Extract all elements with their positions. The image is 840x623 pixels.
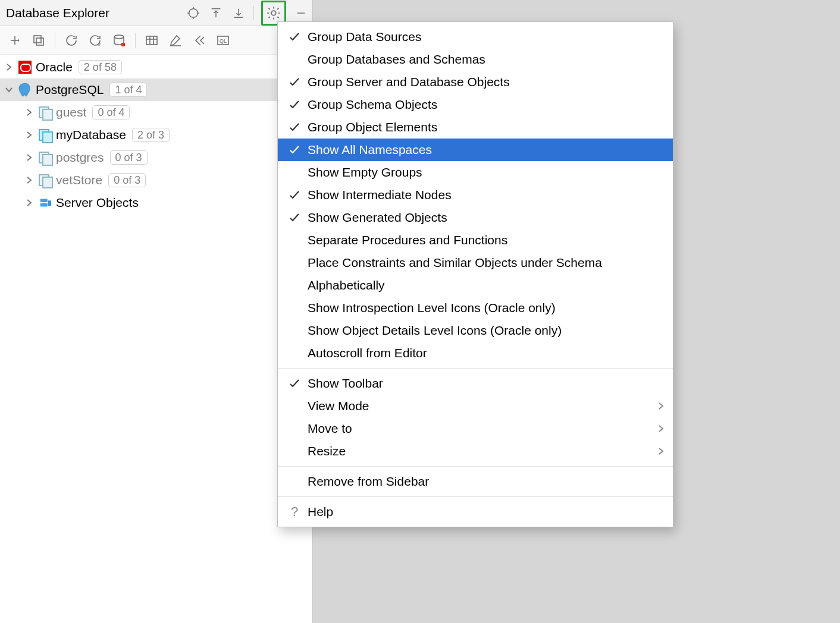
menu-item-show-all-namespaces[interactable]: Show All Namespaces [278, 139, 673, 161]
menu-item-show-detail-icons[interactable]: Show Object Details Level Icons (Oracle … [278, 319, 673, 342]
panel-header: Database Explorer [0, 0, 312, 26]
menu-item-group-server-db-objects[interactable]: Group Server and Database Objects [278, 71, 673, 93]
menu-item-autoscroll[interactable]: Autoscroll from Editor [278, 342, 673, 364]
database-icon [37, 149, 54, 166]
postgresql-icon [17, 81, 33, 98]
submenu-chevron-icon [651, 402, 665, 410]
tree-node-guest[interactable]: guest 0 of 4 [0, 101, 312, 124]
count-badge: 0 of 4 [92, 105, 130, 119]
menu-item-view-mode[interactable]: View Mode [278, 395, 673, 417]
count-badge: 0 of 3 [110, 150, 148, 165]
menu-item-label: Show Generated Objects [308, 210, 665, 225]
menu-item-show-introspection-icons[interactable]: Show Introspection Level Icons (Oracle o… [278, 297, 673, 319]
chevron-right-icon[interactable] [4, 62, 14, 73]
panel-title: Database Explorer [6, 6, 182, 20]
svg-rect-13 [36, 38, 43, 45]
submenu-chevron-icon [651, 425, 665, 432]
menu-item-label: Remove from Sidebar [308, 474, 665, 489]
check-icon [286, 144, 303, 155]
menu-item-resize[interactable]: Resize [278, 440, 673, 462]
sync-settings-icon[interactable] [86, 32, 104, 49]
edit-icon[interactable] [167, 32, 184, 49]
toolbar-separator [135, 33, 136, 48]
check-icon [286, 212, 303, 223]
collapse-all-icon[interactable] [231, 5, 246, 21]
add-icon[interactable] [6, 32, 24, 49]
menu-item-label: Show Introspection Level Icons (Oracle o… [308, 301, 665, 315]
expand-all-icon[interactable] [208, 5, 224, 21]
svg-rect-14 [34, 36, 41, 43]
menu-item-alphabetically[interactable]: Alphabetically [278, 274, 673, 297]
toolbar-separator [55, 33, 55, 48]
tree-node-oracle[interactable]: Oracle 2 of 58 [0, 56, 312, 78]
database-icon [37, 104, 54, 121]
chevron-down-icon[interactable] [4, 84, 14, 95]
minimize-icon[interactable] [293, 5, 309, 21]
menu-item-remove-from-sidebar[interactable]: Remove from Sidebar [278, 470, 673, 493]
menu-item-group-data-sources[interactable]: Group Data Sources [278, 26, 673, 48]
stop-icon[interactable] [110, 32, 128, 49]
menu-item-group-databases-schemas[interactable]: Group Databases and Schemas [278, 48, 673, 71]
database-explorer-panel: Database Explorer [0, 0, 313, 623]
tree-node-server-objects[interactable]: Server Objects [0, 191, 312, 214]
menu-item-group-object-elements[interactable]: Group Object Elements [278, 116, 673, 139]
tree-node-label: guest [56, 105, 86, 119]
menu-item-show-toolbar[interactable]: Show Toolbar [278, 372, 673, 395]
count-badge: 2 of 3 [132, 128, 170, 142]
menu-item-separate-procedures[interactable]: Separate Procedures and Functions [278, 229, 673, 251]
ql-console-icon[interactable]: QL [214, 32, 232, 49]
menu-separator [278, 466, 673, 467]
database-icon [37, 127, 54, 143]
menu-item-label: Group Schema Objects [308, 97, 665, 112]
svg-point-0 [189, 8, 198, 17]
menu-item-help[interactable]: ? Help [278, 501, 673, 523]
menu-item-show-empty-groups[interactable]: Show Empty Groups [278, 161, 673, 184]
menu-item-label: Resize [308, 444, 647, 458]
chevron-right-icon[interactable] [24, 152, 35, 163]
menu-item-show-intermediate-nodes[interactable]: Show Intermediate Nodes [278, 184, 673, 206]
menu-item-label: Autoscroll from Editor [308, 346, 665, 360]
check-icon [286, 99, 303, 110]
svg-rect-16 [121, 43, 125, 46]
server-objects-icon [37, 194, 54, 211]
jump-icon[interactable] [190, 32, 208, 49]
check-icon [286, 378, 303, 389]
menu-separator [278, 496, 673, 497]
chevron-right-icon[interactable] [24, 175, 35, 185]
menu-item-label: Group Server and Database Objects [308, 75, 665, 89]
chevron-right-icon[interactable] [24, 130, 35, 140]
datasource-tree[interactable]: Oracle 2 of 58 PostgreSQL 1 of 4 guest 0… [0, 55, 312, 214]
tree-node-mydatabase[interactable]: myDatabase 2 of 3 [0, 124, 312, 146]
check-icon [286, 77, 303, 87]
check-icon [286, 190, 303, 200]
chevron-right-icon[interactable] [24, 107, 35, 118]
menu-item-show-generated-objects[interactable]: Show Generated Objects [278, 206, 673, 229]
tree-node-label: postgres [56, 150, 104, 165]
menu-separator [278, 368, 673, 369]
panel-toolbar: QL [0, 26, 312, 55]
menu-item-group-schema-objects[interactable]: Group Schema Objects [278, 93, 673, 116]
svg-rect-24 [48, 200, 52, 206]
menu-item-label: Group Data Sources [308, 30, 665, 44]
menu-item-label: Show All Namespaces [308, 143, 665, 157]
settings-dropdown-menu: Group Data Sources Group Databases and S… [277, 21, 673, 527]
chevron-right-icon[interactable] [24, 197, 35, 208]
menu-item-label: Place Constraints and Similar Objects un… [308, 256, 665, 270]
tree-node-postgresql[interactable]: PostgreSQL 1 of 4 [0, 78, 312, 101]
tree-node-label: myDatabase [56, 128, 126, 142]
svg-point-9 [271, 11, 276, 15]
tree-node-label: Server Objects [56, 196, 139, 210]
header-separator [253, 6, 254, 20]
count-badge: 0 of 3 [108, 173, 146, 187]
menu-item-place-constraints[interactable]: Place Constraints and Similar Objects un… [278, 251, 673, 274]
target-icon[interactable] [186, 5, 201, 21]
table-icon[interactable] [143, 32, 161, 49]
tree-node-vetstore[interactable]: vetStore 0 of 3 [0, 169, 312, 191]
menu-item-label: Show Toolbar [308, 376, 665, 391]
duplicate-icon[interactable] [30, 32, 48, 49]
menu-item-label: Group Databases and Schemas [308, 52, 665, 67]
tree-node-postgres-db[interactable]: postgres 0 of 3 [0, 146, 312, 169]
menu-item-move-to[interactable]: Move to [278, 417, 673, 440]
refresh-icon[interactable] [62, 32, 80, 49]
oracle-icon [17, 59, 33, 75]
